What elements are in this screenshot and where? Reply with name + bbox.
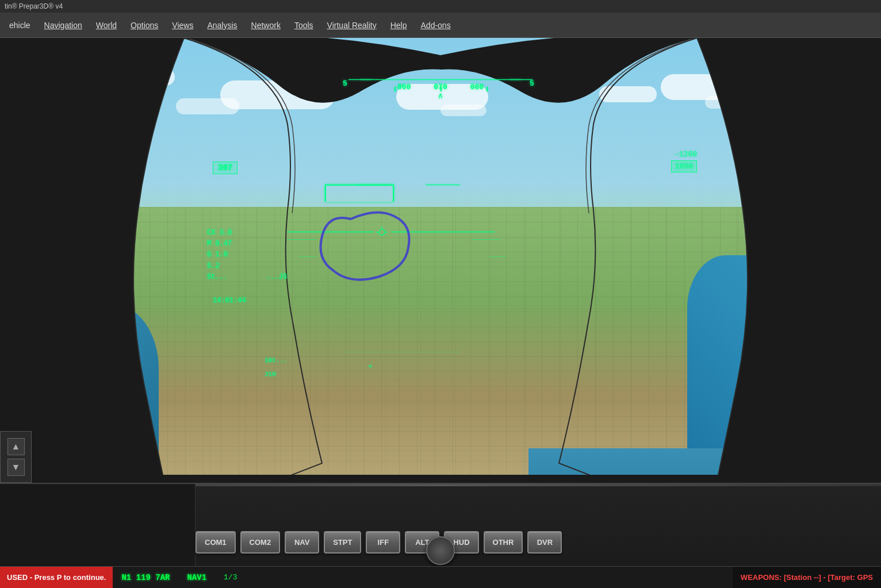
btn-othr[interactable]: OTHR: [484, 531, 523, 554]
scroll-up-arrow[interactable]: ▲: [7, 438, 25, 455]
title-bar: tin® Prepar3D® v4: [0, 0, 881, 13]
btn-dvr[interactable]: DVR: [527, 531, 562, 554]
menu-help[interactable]: Help: [384, 17, 414, 33]
sim-viewport: 060 070 080 5 5 ∧ -1260 1950 307 CX 3.8: [0, 38, 881, 521]
status-bar: USED - Press P to continue. N1 119 7AR N…: [0, 566, 881, 588]
menu-world[interactable]: World: [89, 17, 124, 33]
menu-vehicle[interactable]: ehicle: [2, 17, 37, 33]
menu-addons[interactable]: Add-ons: [414, 17, 458, 33]
menu-tools[interactable]: Tools: [288, 17, 320, 33]
status-paused-text: USED - Press P to continue.: [0, 567, 113, 588]
menu-network[interactable]: Network: [244, 17, 288, 33]
btn-iff[interactable]: IFF: [366, 531, 400, 554]
btn-stpt[interactable]: STPT: [324, 531, 361, 554]
menu-options[interactable]: Options: [124, 17, 165, 33]
panel-buttons: COM1 COM2 NAV STPT IFF ALT HUD OTHR DVR: [196, 531, 562, 554]
menu-bar: ehicle Navigation World Options Views An…: [0, 13, 881, 38]
title-text: tin® Prepar3D® v4: [5, 2, 63, 10]
btn-com1[interactable]: COM1: [196, 531, 236, 554]
cockpit-arch: [0, 38, 881, 521]
btn-nav[interactable]: NAV: [285, 531, 319, 554]
status-left-data: N1 119 7AR: [113, 573, 178, 582]
status-nav-data: NAV1: [178, 573, 215, 582]
menu-virtualreality[interactable]: Virtual Reality: [320, 17, 384, 33]
btn-com2[interactable]: COM2: [240, 531, 281, 554]
menu-navigation[interactable]: Navigation: [37, 17, 89, 33]
scroll-down-arrow[interactable]: ▼: [7, 459, 25, 476]
menu-analysis[interactable]: Analysis: [200, 17, 244, 33]
center-knob[interactable]: [426, 536, 455, 565]
menu-views[interactable]: Views: [165, 17, 200, 33]
scroll-arrows: ▲ ▼: [0, 431, 32, 483]
status-page-indicator: 1/3: [215, 573, 246, 582]
status-weapons-text: WEAPONS: [Station --] - [Target: GPS: [733, 567, 881, 588]
